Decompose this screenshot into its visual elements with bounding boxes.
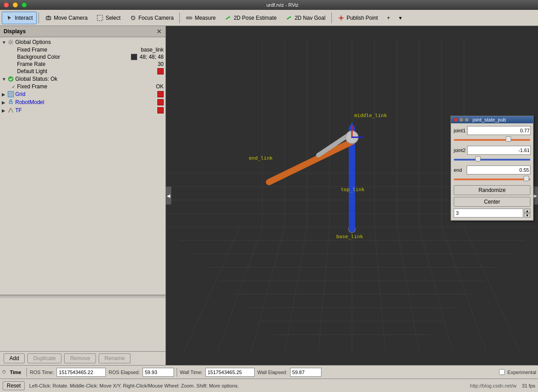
toolbar: Interact Move Camera Select Focus Camera… — [0, 10, 538, 26]
svg-line-53 — [464, 227, 520, 353]
focus-icon — [130, 14, 137, 22]
statusbar: ⏱ Time ROS Time: 1517543465.22 ROS Elaps… — [0, 365, 538, 379]
ros-elapsed-label: ROS Elapsed: — [108, 370, 140, 375]
svg-rect-3 — [97, 15, 103, 21]
tf-icon — [7, 107, 14, 114]
grid-row[interactable]: ▶ Grid — [1, 90, 165, 98]
global-status-row[interactable]: ▼ Global Status: Ok — [1, 75, 165, 83]
wall-elapsed-input[interactable] — [290, 368, 321, 377]
ros-elapsed-input[interactable] — [143, 368, 174, 377]
focus-camera-button[interactable]: Focus Camera — [126, 12, 178, 24]
close-button[interactable] — [4, 2, 9, 8]
tf-arrow[interactable]: ▶ — [2, 108, 7, 113]
global-options-row[interactable]: ▼ Global Options — [1, 38, 165, 46]
grid-label[interactable]: Grid — [15, 91, 157, 97]
maximize-button[interactable] — [22, 2, 27, 8]
robot-model-label[interactable]: RobotModel — [15, 99, 157, 105]
rename-button[interactable]: Rename — [99, 353, 130, 363]
bg-color-value: 48; 48; 48 — [140, 54, 164, 60]
robot-model-arrow[interactable]: ▶ — [2, 100, 7, 105]
fps-text: 31 fps — [522, 383, 535, 388]
status-fixed-frame-row[interactable]: ✓ Fixed Frame OK — [1, 83, 165, 90]
grid-checkbox[interactable] — [157, 91, 164, 97]
joint1-thumb[interactable] — [506, 136, 511, 142]
reset-button[interactable]: Reset — [3, 381, 25, 390]
svg-line-48 — [184, 227, 240, 353]
joint1-row: joint1 0.77 — [454, 126, 530, 135]
robot-model-row[interactable]: ▶ RobotModel — [1, 98, 165, 106]
svg-marker-69 — [349, 122, 355, 131]
global-status-label: Global Status: Ok — [15, 76, 164, 82]
status-fixed-frame-value: OK — [156, 83, 164, 90]
status-ok-icon — [7, 75, 14, 83]
select-button[interactable]: Select — [92, 12, 124, 24]
toolbar-separator-1 — [39, 13, 39, 23]
svg-text:middle_link: middle_link — [354, 113, 387, 118]
tf-row[interactable]: ▶ TF — [1, 106, 165, 114]
url-text: http://blog.csdn.net/w — [470, 383, 516, 388]
svg-text:end_link: end_link — [249, 155, 273, 161]
joint2-slider[interactable] — [454, 157, 530, 163]
wall-time-input[interactable] — [205, 368, 255, 377]
displays-header: Displays ✕ — [0, 26, 165, 37]
2d-pose-button[interactable]: 2D Pose Estimate — [221, 12, 281, 24]
left-collapse-arrow[interactable]: ◀ — [166, 187, 171, 205]
move-camera-button[interactable]: Move Camera — [41, 12, 91, 24]
publish-point-button[interactable]: Publish Point — [334, 12, 382, 24]
joint-close-button[interactable] — [454, 118, 458, 122]
center-button[interactable]: Center — [454, 197, 530, 207]
joint2-thumb[interactable] — [475, 156, 481, 161]
joint2-input[interactable] — [467, 146, 531, 155]
global-status-arrow[interactable]: ▼ — [2, 77, 7, 82]
tf-checkbox[interactable] — [157, 107, 164, 113]
global-options-arrow[interactable]: ▼ — [2, 40, 7, 45]
add-button[interactable]: Add — [4, 353, 25, 363]
default-light-checkbox[interactable] — [157, 68, 164, 74]
bg-color-row[interactable]: Background Color 48; 48; 48 — [1, 53, 165, 61]
measure-button[interactable]: Measure — [182, 12, 220, 24]
fixed-frame-row[interactable]: Fixed Frame base_link — [1, 46, 165, 53]
displays-close-button[interactable]: ✕ — [156, 28, 162, 35]
3d-viewport[interactable]: end_link middle_link top_link base_link … — [166, 26, 538, 365]
robot-model-checkbox[interactable] — [157, 99, 164, 105]
experimental-checkbox[interactable] — [499, 369, 505, 375]
toolbar-dropdown-button[interactable]: ▾ — [395, 12, 406, 24]
end-track — [454, 179, 530, 180]
spinner-input[interactable]: 3 — [454, 209, 523, 218]
ros-time-input[interactable]: 1517543465.22 — [56, 368, 106, 377]
joint-panel-title-text: joint_state_pub — [473, 117, 506, 122]
end-slider[interactable] — [454, 176, 530, 183]
main-area: Displays ✕ ▼ Global Options Fixed Frame … — [0, 26, 538, 365]
ruler-icon — [186, 14, 193, 22]
gear-icon — [7, 39, 14, 46]
randomize-button[interactable]: Randomize — [454, 185, 530, 195]
spinner-up-button[interactable]: ▲ — [524, 209, 530, 213]
spinner-down-button[interactable]: ▼ — [524, 213, 530, 218]
window-title: urdf.rviz - RViz — [30, 2, 534, 8]
duplicate-button[interactable]: Duplicate — [27, 353, 61, 363]
frame-rate-row[interactable]: Frame Rate 30 — [1, 61, 165, 68]
remove-button[interactable]: Remove — [64, 353, 96, 363]
robot-model-icon — [7, 99, 14, 106]
end-input[interactable] — [467, 166, 530, 174]
grid-arrow[interactable]: ▶ — [2, 92, 7, 97]
interact-button[interactable]: Interact — [2, 12, 37, 24]
joint1-slider[interactable] — [454, 137, 530, 143]
add-tool-button[interactable]: + — [383, 12, 394, 24]
joint-minimize-button[interactable] — [459, 118, 464, 122]
joint-panel-titlebar: joint_state_pub — [451, 116, 533, 123]
titlebar: urdf.rviz - RViz — [0, 0, 538, 10]
tf-label[interactable]: TF — [15, 107, 157, 113]
end-thumb[interactable] — [524, 176, 529, 181]
default-light-row[interactable]: Default Light — [1, 68, 165, 75]
2d-nav-button[interactable]: 2D Nav Goal — [282, 12, 330, 24]
joint1-input[interactable]: 0.77 — [467, 126, 531, 135]
svg-point-5 — [133, 17, 134, 18]
joint-panel-body: joint1 0.77 joint2 — [451, 123, 533, 220]
joint-maximize-button[interactable] — [464, 118, 469, 122]
displays-title: Displays — [4, 28, 26, 35]
global-options-label: Global Options — [15, 39, 164, 45]
toolbar-separator-2 — [179, 13, 180, 23]
minimize-button[interactable] — [13, 2, 18, 8]
status-fixed-frame-arrow: ✓ — [12, 84, 17, 89]
